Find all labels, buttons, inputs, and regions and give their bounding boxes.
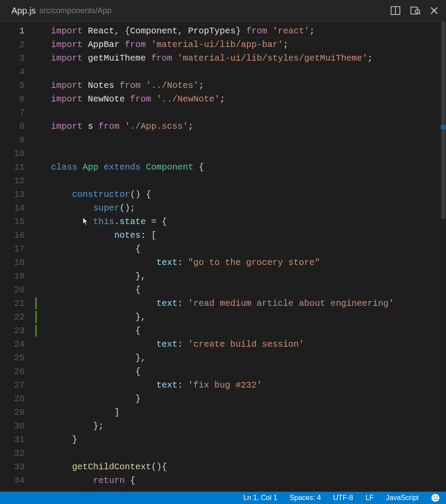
line-number: 22 [0, 310, 38, 324]
feedback-icon[interactable] [431, 493, 440, 502]
open-file-path: src/components/App [40, 6, 112, 15]
code-line[interactable]: { [51, 324, 440, 337]
code-line[interactable]: }, [51, 351, 440, 365]
overview-ruler[interactable] [441, 22, 446, 492]
line-number: 18 [0, 256, 38, 269]
code-line[interactable]: text: 'fix bug #232' [51, 378, 440, 392]
code-line[interactable]: getChildContext(){ [51, 460, 440, 474]
code-line[interactable]: import getMuiTheme from 'material-ui/lib… [51, 51, 440, 65]
code-line[interactable]: this.state = { [51, 215, 440, 228]
scrollbar-handle[interactable] [441, 22, 446, 219]
line-number: 3 [0, 51, 38, 65]
line-number: 1 [0, 24, 38, 38]
status-cursor-position[interactable]: Ln 1, Col 1 [243, 494, 277, 502]
code-line[interactable]: super(); [51, 201, 440, 215]
code-line[interactable] [51, 147, 440, 160]
line-number: 8 [0, 120, 38, 133]
line-number: 12 [0, 174, 38, 188]
code-line[interactable]: import NewNote from '../NewNote'; [51, 92, 440, 106]
open-file-name[interactable]: App.js [4, 6, 36, 16]
status-language[interactable]: JavaScript [386, 494, 419, 502]
line-number: 4 [0, 65, 38, 79]
code-line[interactable]: class App extends Component { [51, 160, 440, 174]
modified-line-marker [35, 311, 37, 323]
tab-actions [391, 6, 442, 15]
code-line[interactable]: { [51, 242, 440, 256]
line-number: 16 [0, 228, 38, 242]
line-number: 31 [0, 433, 38, 446]
code-line[interactable] [51, 65, 440, 79]
split-editor-icon[interactable] [391, 6, 400, 15]
status-encoding[interactable]: UTF-8 [333, 494, 353, 502]
line-number: 13 [0, 188, 38, 201]
preview-icon[interactable] [410, 6, 421, 15]
line-number: 25 [0, 351, 38, 365]
code-line[interactable]: notes: [ [51, 228, 440, 242]
overview-marker [441, 125, 446, 129]
code-line[interactable]: }, [51, 269, 440, 283]
line-number: 26 [0, 365, 38, 378]
code-line[interactable] [51, 174, 440, 188]
code-line[interactable]: { [51, 365, 440, 378]
svg-point-8 [434, 497, 435, 498]
status-eol[interactable]: LF [366, 494, 374, 502]
line-number-gutter: 1234567891011121314151617181920212223242… [0, 22, 38, 492]
line-number: 6 [0, 92, 38, 106]
code-line[interactable]: import AppBar from 'material-ui/lib/app-… [51, 38, 440, 51]
code-line[interactable]: text: 'read medium article about enginee… [51, 297, 440, 310]
code-line[interactable]: } [51, 392, 440, 406]
line-number: 10 [0, 147, 38, 160]
line-number: 2 [0, 38, 38, 51]
code-line[interactable]: ] [51, 406, 440, 419]
code-editor[interactable]: 1234567891011121314151617181920212223242… [0, 22, 446, 492]
code-line[interactable]: import Notes from '../Notes'; [51, 79, 440, 92]
code-line[interactable]: constructor() { [51, 188, 440, 201]
line-number: 9 [0, 133, 38, 147]
code-line[interactable]: text: 'create build session' [51, 337, 440, 351]
svg-point-7 [431, 494, 439, 502]
code-line[interactable]: } [51, 433, 440, 446]
code-content[interactable]: import React, {Component, PropTypes} fro… [38, 22, 440, 492]
line-number: 27 [0, 378, 38, 392]
modified-line-marker [35, 297, 37, 309]
code-line[interactable] [51, 133, 440, 147]
status-bar: Ln 1, Col 1 Spaces: 4 UTF-8 LF JavaScrip… [0, 492, 446, 504]
svg-point-9 [436, 497, 438, 498]
editor-tab-bar: App.js src/components/App [0, 0, 446, 22]
code-line[interactable]: import s from './App.scss'; [51, 120, 440, 133]
line-number: 33 [0, 460, 38, 474]
line-number: 32 [0, 446, 38, 460]
code-line[interactable]: }; [51, 419, 440, 433]
code-line[interactable] [51, 106, 440, 120]
code-line[interactable]: text: "go to the grocery store" [51, 256, 440, 269]
code-line[interactable] [51, 446, 440, 460]
code-line[interactable]: }, [51, 310, 440, 324]
modified-line-marker [35, 325, 37, 337]
line-number: 5 [0, 79, 38, 92]
line-number: 30 [0, 419, 38, 433]
line-number: 29 [0, 406, 38, 419]
line-number: 15 [0, 215, 38, 228]
line-number: 34 [0, 474, 38, 487]
line-number: 11 [0, 160, 38, 174]
code-line[interactable]: return { [51, 474, 440, 487]
line-number: 23 [0, 324, 38, 337]
line-number: 28 [0, 392, 38, 406]
line-number: 20 [0, 283, 38, 297]
code-line[interactable]: import React, {Component, PropTypes} fro… [51, 24, 440, 38]
close-icon[interactable] [430, 7, 438, 15]
line-number: 7 [0, 106, 38, 120]
code-line[interactable]: { [51, 283, 440, 297]
line-number: 14 [0, 201, 38, 215]
line-number: 19 [0, 269, 38, 283]
status-indentation[interactable]: Spaces: 4 [290, 494, 321, 502]
line-number: 24 [0, 337, 38, 351]
svg-line-4 [419, 13, 421, 15]
line-number: 21 [0, 297, 38, 310]
line-number: 17 [0, 242, 38, 256]
